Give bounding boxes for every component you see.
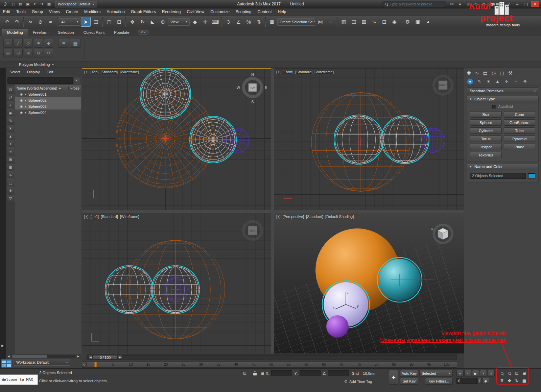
x-coordinate-field[interactable] (271, 370, 292, 376)
key-mode-toggle-icon[interactable]: ◈ (482, 378, 489, 384)
ribbon-config-button[interactable]: ⊙ ▾ (138, 30, 149, 35)
visibility-eye-icon[interactable]: ◉ (20, 99, 23, 102)
z-coordinate-field[interactable] (328, 370, 349, 376)
bind-to-space-warp-icon[interactable]: ≈ (46, 17, 55, 27)
display-helpers-icon[interactable]: ✛ (7, 140, 15, 148)
viewport-menu-general[interactable]: [+] (84, 215, 89, 219)
zoom-icon[interactable] (498, 370, 505, 377)
tab-modeling[interactable]: Modeling (2, 29, 28, 36)
next-frame-arrow-icon[interactable]: ▶ (118, 355, 122, 360)
auto-key-button[interactable]: Auto Key (400, 370, 418, 377)
angle-snap-icon[interactable]: ∠ (234, 17, 243, 27)
named-selection-sets-icon[interactable]: ⊠ (267, 17, 277, 27)
explorer-horizontal-scrollbar[interactable]: ◀ ▶ (6, 354, 81, 359)
time-slider-button[interactable]: 0 / 100 (93, 355, 118, 360)
named-selection-set-dropdown[interactable]: Create Selection Se▾ (277, 18, 315, 26)
display-xrefs-icon[interactable]: ⊟ (7, 164, 15, 171)
tab-freeform[interactable]: Freeform (28, 29, 53, 36)
border-mode-icon[interactable]: ◇ (24, 39, 33, 48)
search-box[interactable] (382, 1, 446, 7)
rendered-frame-icon[interactable]: ▣ (413, 17, 423, 27)
selection-lock-icon[interactable] (252, 370, 258, 377)
material-editor-icon[interactable]: ◉ (390, 17, 399, 27)
communication-icon[interactable]: ✉ (449, 1, 455, 7)
element-mode-icon[interactable]: ◆ (44, 39, 53, 48)
display-frozen-icon[interactable]: ❄ (7, 187, 15, 194)
orbit-icon[interactable]: ↻ (513, 377, 520, 384)
explorer-row-sphere003[interactable]: ◉●Sphere003 (15, 103, 81, 109)
object-type-geosphere-button[interactable]: GeoSphere (504, 119, 536, 126)
primitive-category-dropdown[interactable]: Standard Primitives ▾ (467, 88, 538, 94)
viewport-menu-pov[interactable]: [Left] (91, 215, 99, 219)
help-icon[interactable]: ? (504, 1, 513, 7)
maximize-viewport-icon[interactable]: ▦ (521, 377, 528, 384)
percent-snap-icon[interactable]: % (244, 17, 254, 27)
lock-explorer-icon[interactable]: ⊡ (7, 86, 15, 93)
display-spacewarps-icon[interactable]: ≈ (7, 148, 15, 155)
utilities-tab[interactable]: ⚒ (508, 70, 513, 76)
previous-frame-icon[interactable]: ‹ (464, 370, 471, 377)
select-and-manipulate-icon[interactable]: ✛ (200, 17, 210, 27)
clear-search-icon[interactable]: ✕ (74, 78, 79, 83)
keyboard-override-icon[interactable]: ⌨ (210, 17, 220, 27)
display-containers-icon[interactable]: ▢ (7, 179, 15, 187)
viewport-menu-pov[interactable]: [Top] (91, 70, 99, 74)
menu-civil-view[interactable]: Civil View (184, 9, 207, 14)
visibility-eye-icon[interactable]: ◉ (20, 93, 23, 96)
mirror-icon[interactable]: ⋈ (315, 17, 325, 27)
mini-curve-editor-icon[interactable]: ∿ (82, 361, 86, 368)
spinner-snap-icon[interactable]: ⇅ (254, 17, 264, 27)
display-geometry-icon[interactable]: ◉ (7, 109, 15, 117)
modifier-stack-icon[interactable]: ≡ (58, 39, 69, 48)
helpers-category[interactable]: ✛ (504, 79, 510, 84)
tab-selection[interactable]: Selection (53, 29, 78, 36)
explorer-menu-select[interactable]: Select (6, 70, 24, 74)
collapse-icon[interactable]: ⊟ (14, 49, 23, 57)
display-cameras-icon[interactable]: ▲ (7, 132, 15, 140)
selection-set-key-dropdown[interactable]: Selected ▾ (419, 370, 453, 377)
workspace-tab-icon[interactable] (1, 359, 12, 368)
tab-object-paint[interactable]: Object Paint (79, 29, 110, 36)
systems-category[interactable]: ❋ (522, 79, 528, 84)
viewport-menu-renderer[interactable]: [Standard] (101, 215, 118, 219)
absolute-mode-icon[interactable]: ⊞ (259, 370, 266, 377)
rectangular-selection-icon[interactable]: ▢ (104, 17, 114, 27)
render-setup-icon[interactable]: ⚙ (403, 17, 413, 27)
select-and-link-icon[interactable]: ∞ (25, 17, 35, 27)
spacewarps-category[interactable]: ≈ (513, 79, 519, 84)
explorer-menu-edit[interactable]: Edit (43, 70, 57, 74)
select-and-move-icon[interactable]: ✥ (127, 17, 137, 27)
slice-icon[interactable]: ✂ (44, 49, 53, 57)
time-slider-track[interactable]: ◀ 0 / 100 ▶ (87, 354, 457, 360)
tab-populate[interactable]: Populate (109, 29, 134, 36)
expand-panel-arrow-icon[interactable]: ▶ (1, 344, 4, 347)
restore-icon[interactable]: ▢ (522, 1, 530, 7)
open-file-icon[interactable]: ▤ (17, 1, 24, 7)
user-icon[interactable]: ☺ (473, 1, 480, 7)
save-file-icon[interactable]: ▣ (24, 1, 31, 7)
viewport-menu-shading[interactable]: [Wireframe] (120, 70, 139, 74)
snaps-toggle-3d-icon[interactable]: 3 (224, 17, 233, 27)
attach-icon[interactable]: ⊕ (24, 49, 33, 57)
scroll-left-icon[interactable]: ◀ (6, 354, 11, 359)
workspace-dropdown[interactable]: Workspace: Default ▾ (55, 1, 97, 7)
set-keys-button[interactable]: ✚ (389, 370, 398, 385)
project-folder-icon[interactable]: ▦ (46, 1, 52, 7)
visibility-eye-icon[interactable]: ◉ (20, 111, 23, 114)
viewport-menu-shading[interactable]: [Default Shading] (325, 215, 354, 219)
object-type-tube-button[interactable]: Tube (504, 127, 536, 134)
viewport-menu-pov[interactable]: [Front] (283, 70, 293, 74)
sync-selection-icon[interactable]: ⇄ (7, 94, 15, 101)
undo-icon[interactable]: ↶ (2, 17, 12, 27)
y-coordinate-field[interactable] (300, 370, 321, 376)
explorer-row-sphere001[interactable]: ◉●Sphere001 (15, 91, 81, 97)
current-frame-field[interactable] (456, 378, 477, 384)
select-and-place-icon[interactable]: ⊕ (158, 17, 168, 27)
workspace-selector-bottom[interactable]: Workspace: Default ▾ (14, 359, 70, 366)
next-frame-icon[interactable]: › (480, 370, 487, 377)
shapes-category[interactable]: ✎ (476, 79, 482, 84)
zoom-extents-icon[interactable]: ⊡ (513, 370, 520, 377)
object-type-cone-button[interactable]: Cone (504, 111, 536, 118)
polygon-modeling-panel-label[interactable]: Polygon Modeling ▾ (19, 63, 53, 67)
object-name-field[interactable]: 2 Objects Selected (470, 173, 526, 179)
